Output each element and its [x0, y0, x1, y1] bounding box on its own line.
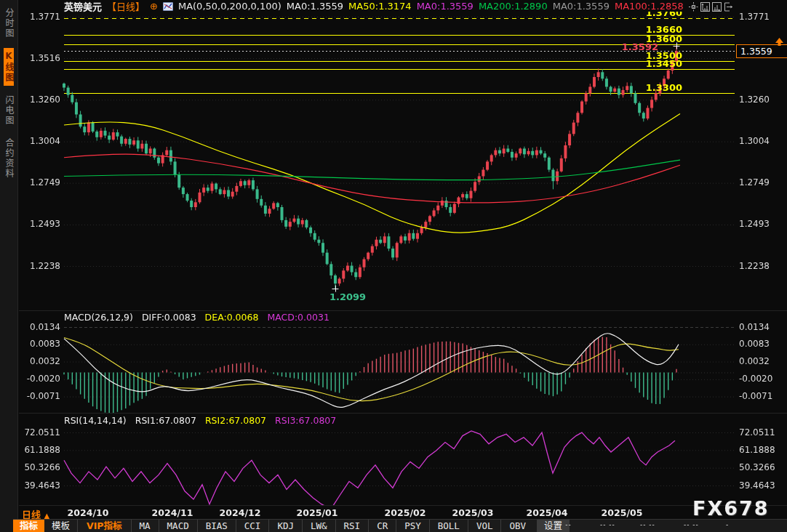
- rsi-tick-right: 50.3266: [739, 463, 784, 472]
- rsi-tick-left: 72.0511: [19, 428, 60, 438]
- y-axis-tick-right: 1.2493: [739, 219, 784, 229]
- symbol-name: 英镑美元: [64, 0, 102, 13]
- macd-tick-left: 0.0134: [19, 323, 60, 332]
- sidebar-tab-timeshare[interactable]: 分时图: [4, 5, 14, 41]
- crosshair-icon[interactable]: [689, 2, 698, 12]
- y-axis-tick-right: 1.3260: [739, 95, 784, 105]
- x-axis-date-label: 2025/01: [297, 507, 338, 518]
- trading-app-window: 分时图 K线图 闪电图 合约资料 英镑美元 【日线】 ⊕ MA(0,50,0,2…: [0, 0, 787, 532]
- macd-tick-left: -0.0020: [19, 374, 60, 384]
- macd-tick-right: -0.0020: [739, 374, 784, 384]
- macd-tick-right: -0.0071: [739, 392, 784, 401]
- exit-icon[interactable]: [724, 2, 733, 12]
- dash-decoration: -- --: [640, 521, 655, 528]
- y-axis-tick-right: 1.3004: [739, 137, 784, 146]
- x-axis-date-label: 2024/10: [68, 507, 109, 518]
- dash-decoration: -- --: [684, 521, 699, 528]
- ma50-value: MA50:1.3174: [348, 1, 412, 12]
- macd-tick-right: 0.0032: [739, 357, 784, 366]
- hline-label: 1.3450: [646, 59, 682, 68]
- toolbar-item-KDJ[interactable]: KDJ: [268, 520, 302, 532]
- macd-tick-right: 0.0134: [739, 323, 784, 332]
- toolbar-item-CR[interactable]: CR: [368, 520, 396, 532]
- y-axis-tick-right: 1.3771: [739, 12, 784, 22]
- toolbar-item-OBV[interactable]: OBV: [500, 520, 534, 532]
- toolbar-item-MACD[interactable]: MACD: [159, 520, 197, 532]
- dash-decoration: -: [726, 521, 729, 528]
- dash-decoration: -- --: [556, 521, 572, 528]
- toolbar-item-MA[interactable]: MA: [131, 520, 159, 532]
- y-axis-tick-left: 1.2749: [19, 178, 60, 188]
- rsi-label-row: RSI(14,14,14) RSI1:67.0807 RSI2:67.0807 …: [64, 415, 336, 426]
- ma100-value: MA100:1.2858: [615, 1, 684, 12]
- chart-tool-icons: [689, 2, 733, 12]
- scale-right-icon[interactable]: [712, 2, 722, 12]
- sidebar: 分时图 K线图 闪电图 合约资料: [0, 0, 18, 532]
- macd-tick-left: 0.0032: [19, 357, 60, 366]
- macd-label-row: MACD(26,12,9) DIFF:0.0083 DEA:0.0068 MAC…: [64, 312, 329, 323]
- x-axis-date-label: 2025/03: [452, 507, 494, 518]
- hline-label: 1.3600: [646, 34, 682, 44]
- macd-diff-value: DIFF:0.0083: [142, 312, 196, 323]
- x-axis-date-label: 2025/04: [527, 507, 568, 518]
- line-chart-icon[interactable]: [163, 2, 173, 11]
- y-axis-tick-left: 1.2238: [19, 262, 60, 271]
- rsi3-value: RSI3:67.0807: [275, 415, 336, 426]
- toolbar-item-LW&[interactable]: LW&: [302, 520, 335, 532]
- toolbar-item-BOLL[interactable]: BOLL: [429, 520, 468, 532]
- rsi-tick-right: 39.4643: [739, 481, 784, 491]
- sidebar-tab-contract-info[interactable]: 合约资料: [4, 135, 14, 182]
- x-axis-date-label: 2024/11: [152, 507, 193, 518]
- price-up-arrow-icon: [775, 38, 784, 47]
- x-axis-date-label: 2024/12: [220, 507, 261, 518]
- x-axis-date-label: 2025/05: [602, 507, 643, 518]
- plus-circle-icon[interactable]: ⊕: [150, 1, 158, 12]
- macd-value: MACD:0.0031: [267, 312, 329, 323]
- ma-settings: MA(0,50,0,200,0,100): [178, 1, 281, 12]
- session-low-label: 1.2099: [329, 292, 366, 302]
- toolbar-item-PSY[interactable]: PSY: [396, 520, 429, 532]
- hline-label: 1.3660: [646, 25, 682, 34]
- macd-title: MACD(26,12,9): [64, 312, 133, 323]
- main-plot-overlay: 1.3592 1.2099 1.37601.36601.36001.35001.…: [19, 12, 736, 310]
- rsi-tick-right: 72.0511: [739, 428, 784, 438]
- y-axis-tick-left: 1.3260: [19, 95, 60, 105]
- fx678-watermark: FX678: [692, 497, 770, 520]
- toolbar-item-BIAS[interactable]: BIAS: [197, 520, 236, 532]
- rsi-tick-right: 61.1888: [739, 446, 784, 455]
- rsi-title: RSI(14,14,14): [64, 415, 127, 426]
- y-axis-tick-right: 1.2749: [739, 178, 784, 188]
- y-axis-tick-left: 1.3771: [19, 12, 60, 22]
- toolbar-item-模板[interactable]: 模板: [44, 520, 77, 532]
- toolbar-item-VIP指标[interactable]: VIP指标: [77, 520, 131, 532]
- sidebar-tab-candlestick[interactable]: K线图: [4, 48, 14, 86]
- ma0c-value: MA0:1.3559: [553, 1, 610, 12]
- dash-decoration: -- --: [600, 521, 615, 528]
- toolbar-item-指标[interactable]: 指标: [13, 520, 44, 532]
- indicator-toolbar: 指标模板VIP指标MAMACDBIASCCIKDJLW&RSICRPSYBOLL…: [13, 519, 787, 532]
- macd-tick-left: -0.0071: [19, 392, 60, 401]
- scale-left-icon[interactable]: [700, 2, 710, 12]
- sidebar-tab-flash[interactable]: 闪电图: [4, 92, 14, 129]
- toolbar-item-RSI[interactable]: RSI: [335, 520, 369, 532]
- hline-label: 1.3760: [646, 12, 682, 17]
- toolbar-item-VOL[interactable]: VOL: [468, 520, 501, 532]
- toolbar-item-CCI[interactable]: CCI: [236, 520, 269, 532]
- macd-tick-right: 0.0083: [739, 339, 784, 349]
- rsi1-value: RSI1:67.0807: [135, 415, 196, 426]
- chart-header: 英镑美元 【日线】 ⊕ MA(0,50,0,200,0,100) MA0:1.3…: [64, 1, 684, 12]
- y-axis-tick-right: 1.2238: [739, 262, 784, 271]
- rsi-tick-left: 50.3266: [19, 463, 60, 472]
- period-label: 【日线】: [107, 0, 145, 13]
- ma200-value: MA200:1.2890: [479, 1, 548, 12]
- hline-label: 1.3300: [646, 83, 682, 92]
- macd-tick-left: 0.0083: [19, 339, 60, 349]
- y-axis-tick-left: 1.2493: [19, 219, 60, 229]
- rsi-tick-left: 39.4643: [19, 481, 60, 491]
- x-axis-date-label: 2025/02: [385, 507, 426, 518]
- macd-dea-value: DEA:0.0068: [205, 312, 259, 323]
- y-axis-tick-left: 1.3516: [19, 54, 60, 63]
- rsi-tick-left: 61.1888: [19, 446, 60, 455]
- y-axis-tick-left: 1.3004: [19, 137, 60, 146]
- rsi2-value: RSI2:67.0807: [205, 415, 266, 426]
